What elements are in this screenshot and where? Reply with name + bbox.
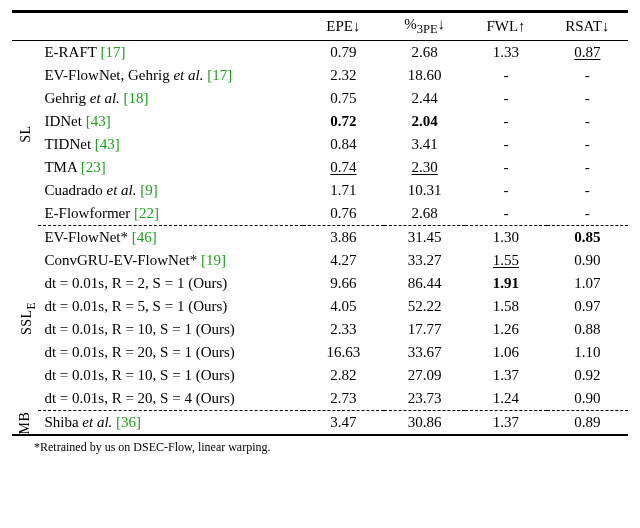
cell-rsat: 0.88 [547,318,628,341]
cell-pe3: 52.22 [384,295,465,318]
cell-fwl: - [465,202,546,226]
cell-fwl: 1.91 [465,272,546,295]
cell-pe3: 18.60 [384,64,465,87]
cell-epe: 0.75 [303,87,384,110]
table-row: TMA [23]0.742.30-- [12,156,628,179]
cell-fwl: 1.30 [465,226,546,250]
cell-fwl: 1.37 [465,411,546,436]
cell-pe3: 86.44 [384,272,465,295]
cell-epe: 0.76 [303,202,384,226]
table-row: Cuadrado et al. [9]1.7110.31-- [12,179,628,202]
cell-rsat: - [547,202,628,226]
cell-rsat: 1.10 [547,341,628,364]
table-row: Gehrig et al. [18]0.752.44-- [12,87,628,110]
cell-pe3: 33.27 [384,249,465,272]
col-fwl: FWL↑ [465,13,546,41]
cell-epe: 3.47 [303,411,384,436]
cell-epe: 1.71 [303,179,384,202]
cell-fwl: - [465,133,546,156]
cell-pe3: 27.09 [384,364,465,387]
cell-epe: 4.27 [303,249,384,272]
cell-epe: 0.72 [303,110,384,133]
cell-rsat: 0.92 [547,364,628,387]
cell-fwl: - [465,87,546,110]
cell-pe3: 2.68 [384,41,465,65]
cell-epe: 0.74 [303,156,384,179]
cell-fwl: 1.26 [465,318,546,341]
cell-pe3: 2.30 [384,156,465,179]
cell-fwl: - [465,156,546,179]
cell-epe: 2.73 [303,387,384,411]
cell-rsat: 0.90 [547,387,628,411]
method-label: Cuadrado et al. [9] [38,179,302,202]
cell-pe3: 31.45 [384,226,465,250]
method-label: EV-FlowNet* [46] [38,226,302,250]
cell-pe3: 2.44 [384,87,465,110]
table-row: E-Flowformer [22]0.762.68-- [12,202,628,226]
cell-rsat: - [547,64,628,87]
col-pe3: %3PE↓ [384,13,465,41]
cell-fwl: - [465,179,546,202]
cell-fwl: 1.37 [465,364,546,387]
cell-rsat: 1.07 [547,272,628,295]
cell-fwl: 1.33 [465,41,546,65]
cell-epe: 9.66 [303,272,384,295]
cell-epe: 16.63 [303,341,384,364]
cell-fwl: - [465,64,546,87]
method-label: dt = 0.01s, R = 10, S = 1 (Ours) [38,364,302,387]
method-label: dt = 0.01s, R = 5, S = 1 (Ours) [38,295,302,318]
cell-rsat: 0.87 [547,41,628,65]
cell-rsat: - [547,133,628,156]
table-row: SSLEEV-FlowNet* [46]3.8631.451.300.85 [12,226,628,250]
table-row: dt = 0.01s, R = 10, S = 1 (Ours)2.3317.7… [12,318,628,341]
method-label: TIDNet [43] [38,133,302,156]
method-label: dt = 0.01s, R = 2, S = 1 (Ours) [38,272,302,295]
method-label: Gehrig et al. [18] [38,87,302,110]
table-row: SLE-RAFT [17]0.792.681.330.87 [12,41,628,65]
table-row: EV-FlowNet, Gehrig et al. [17]2.3218.60-… [12,64,628,87]
table-row: dt = 0.01s, R = 2, S = 1 (Ours)9.6686.44… [12,272,628,295]
cell-pe3: 23.73 [384,387,465,411]
cell-epe: 4.05 [303,295,384,318]
cell-pe3: 17.77 [384,318,465,341]
group-label: SSLE [12,226,38,411]
method-label: E-RAFT [17] [38,41,302,65]
cell-pe3: 2.04 [384,110,465,133]
col-epe: EPE↓ [303,13,384,41]
cell-rsat: 0.85 [547,226,628,250]
table-row: dt = 0.01s, R = 10, S = 1 (Ours)2.8227.0… [12,364,628,387]
cell-fwl: - [465,110,546,133]
cell-epe: 0.79 [303,41,384,65]
results-table: EPE↓%3PE↓FWL↑RSAT↓SLE-RAFT [17]0.792.681… [12,10,628,436]
group-label: MB [12,411,38,436]
cell-epe: 2.33 [303,318,384,341]
cell-pe3: 3.41 [384,133,465,156]
cell-fwl: 1.55 [465,249,546,272]
method-label: dt = 0.01s, R = 20, S = 4 (Ours) [38,387,302,411]
cell-pe3: 2.68 [384,202,465,226]
method-label: IDNet [43] [38,110,302,133]
cell-rsat: - [547,156,628,179]
col-rsat: RSAT↓ [547,13,628,41]
method-label: TMA [23] [38,156,302,179]
method-label: ConvGRU-EV-FlowNet* [19] [38,249,302,272]
method-label: dt = 0.01s, R = 10, S = 1 (Ours) [38,318,302,341]
cell-rsat: 0.90 [547,249,628,272]
table-row: MBShiba et al. [36]3.4730.861.370.89 [12,411,628,436]
cell-pe3: 10.31 [384,179,465,202]
group-label: SL [12,41,38,226]
footnote: *Retrained by us on DSEC-Flow, linear wa… [12,436,628,455]
cell-pe3: 33.67 [384,341,465,364]
table-row: dt = 0.01s, R = 20, S = 4 (Ours)2.7323.7… [12,387,628,411]
method-label: E-Flowformer [22] [38,202,302,226]
cell-epe: 2.32 [303,64,384,87]
cell-rsat: - [547,179,628,202]
method-label: dt = 0.01s, R = 20, S = 1 (Ours) [38,341,302,364]
table-row: IDNet [43]0.722.04-- [12,110,628,133]
cell-fwl: 1.58 [465,295,546,318]
cell-epe: 2.82 [303,364,384,387]
cell-rsat: 0.89 [547,411,628,436]
table-row: ConvGRU-EV-FlowNet* [19]4.2733.271.550.9… [12,249,628,272]
table-row: dt = 0.01s, R = 20, S = 1 (Ours)16.6333.… [12,341,628,364]
cell-pe3: 30.86 [384,411,465,436]
